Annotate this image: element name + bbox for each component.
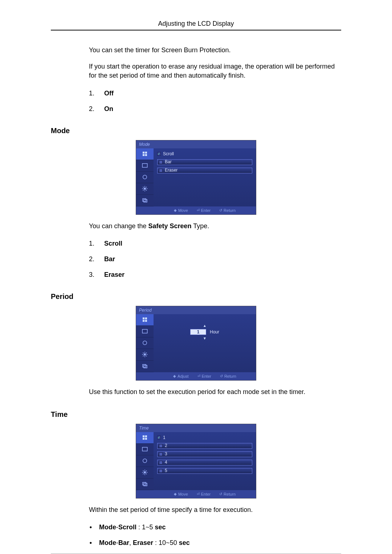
hint-enter: Enter: [202, 374, 211, 378]
osd-tab-sound-icon[interactable]: [136, 337, 154, 349]
osd-sidebar: [136, 314, 154, 372]
move-icon: ◆: [174, 208, 177, 212]
osd-tab-picture-icon[interactable]: [136, 326, 154, 337]
hint-enter: Enter: [201, 492, 211, 496]
list-item: • Mode-Scroll : 1~5 sec: [89, 524, 341, 531]
list-item: 2.Bar: [89, 255, 341, 263]
osd-tab-multi-icon[interactable]: [136, 479, 154, 490]
period-caption: Use this function to set the execution p…: [89, 387, 341, 397]
osd-menu-item[interactable]: 5: [157, 468, 252, 474]
checkbox-icon: [159, 469, 163, 473]
return-icon: ↺: [219, 208, 222, 212]
page-title: Adjusting the LCD Display: [51, 20, 341, 30]
hint-adjust: Adjust: [177, 374, 189, 378]
osd-tab-input-icon[interactable]: [136, 314, 154, 326]
intro-p2: If you start the operation to erase any …: [89, 62, 341, 80]
osd-mode-menu: Mode ✓ Scroll Bar Eraser: [136, 140, 256, 214]
arrow-down-icon[interactable]: ▼: [203, 336, 207, 340]
osd-tab-picture-icon[interactable]: [136, 444, 154, 455]
svg-rect-5: [142, 329, 147, 333]
osd-item-label: 2: [165, 443, 167, 448]
osd-item-label: 4: [165, 460, 167, 465]
osd-footer-hints: ◆Adjust ⏎Enter ↺Return: [136, 372, 256, 380]
svg-rect-3: [143, 199, 146, 202]
period-value[interactable]: 1: [190, 329, 206, 335]
time-bullets: • Mode-Scroll : 1~5 sec • Mode-Bar, Eras…: [89, 524, 341, 547]
enter-icon: ⏎: [197, 492, 200, 496]
svg-rect-13: [143, 483, 146, 485]
svg-point-2: [144, 188, 146, 190]
list-number: 2.: [89, 105, 97, 113]
osd-tab-setup-icon[interactable]: [136, 183, 154, 195]
list-item: 2. On: [89, 105, 341, 113]
osd-period-menu: Period ▲ 1 Hour ▼ ◆Adj: [136, 306, 256, 380]
checkmark-icon: ✓: [157, 152, 161, 156]
osd-tab-input-icon[interactable]: [136, 432, 154, 444]
checkmark-icon: ✓: [157, 436, 161, 439]
checkbox-icon: [159, 444, 163, 448]
osd-menu-item[interactable]: Bar: [157, 159, 252, 165]
list-item: 1. Off: [89, 90, 341, 97]
osd-menu-item[interactable]: Eraser: [157, 168, 252, 173]
osd-menu-item[interactable]: 3: [157, 451, 252, 457]
osd-footer-hints: ◆Move ⏎Enter ↺Return: [136, 490, 256, 498]
list-label: Bar: [104, 255, 115, 263]
svg-point-6: [143, 341, 147, 345]
svg-rect-0: [142, 164, 147, 168]
osd-tab-multi-icon[interactable]: [136, 195, 154, 206]
svg-point-12: [144, 471, 146, 473]
osd-item-label: 1: [163, 435, 166, 440]
hint-move: Move: [178, 492, 188, 496]
list-label: On: [104, 105, 113, 113]
intro-p1: You can set the timer for Screen Burn Pr…: [89, 46, 341, 55]
osd-tab-sound-icon[interactable]: [136, 172, 154, 183]
osd-item-label: Bar: [165, 159, 172, 165]
hint-return: Return: [224, 208, 236, 213]
list-number: 1.: [89, 240, 97, 247]
osd-tab-sound-icon[interactable]: [136, 455, 154, 467]
list-number: 2.: [89, 255, 97, 263]
svg-point-1: [143, 175, 147, 179]
osd-title: Mode: [136, 140, 256, 148]
checkbox-icon: [159, 169, 163, 172]
svg-rect-9: [144, 365, 147, 368]
osd-tab-multi-icon[interactable]: [136, 361, 154, 372]
hint-enter: Enter: [201, 208, 211, 213]
svg-rect-14: [144, 483, 147, 486]
time-heading: Time: [51, 410, 341, 419]
osd-tab-picture-icon[interactable]: [136, 160, 154, 172]
osd-item-label: 5: [165, 468, 167, 473]
mode-caption: You can change the Safety Screen Type.: [89, 222, 341, 231]
list-item: 3.Eraser: [89, 271, 341, 279]
osd-item-label: 3: [165, 451, 167, 457]
header-rule: [51, 30, 341, 30]
osd-title: Time: [136, 424, 256, 432]
osd-sidebar: [136, 148, 154, 206]
osd-menu-item[interactable]: ✓ Scroll: [157, 151, 252, 157]
osd-tab-setup-icon[interactable]: [136, 467, 154, 479]
move-icon: ◆: [174, 492, 177, 496]
osd-item-label: Eraser: [165, 168, 177, 173]
enter-icon: ⏎: [197, 374, 200, 378]
osd-title: Period: [136, 306, 256, 314]
list-number: 1.: [89, 90, 97, 97]
osd-menu-item[interactable]: ✓1: [157, 435, 252, 440]
list-label: Eraser: [104, 271, 124, 279]
osd-tab-setup-icon[interactable]: [136, 349, 154, 361]
timer-options-list: 1. Off 2. On: [89, 90, 341, 113]
osd-sidebar: [136, 432, 154, 490]
list-item: 1.Scroll: [89, 240, 341, 247]
arrow-up-icon[interactable]: ▲: [203, 324, 207, 328]
osd-footer-hints: ◆Move ⏎Enter ↺Return: [136, 206, 256, 214]
list-item: • Mode-Bar, Eraser : 10~50 sec: [89, 539, 341, 547]
osd-tab-input-icon[interactable]: [136, 148, 154, 160]
return-icon: ↺: [219, 492, 222, 496]
checkbox-icon: [159, 452, 163, 456]
osd-menu-item[interactable]: 2: [157, 443, 252, 449]
time-caption: Within the set period of time specify a …: [89, 505, 341, 514]
mode-options-list: 1.Scroll 2.Bar 3.Eraser: [89, 240, 341, 279]
osd-menu-item[interactable]: 4: [157, 460, 252, 465]
list-number: 3.: [89, 271, 97, 279]
hint-move: Move: [178, 208, 188, 213]
adjust-icon: ◆: [173, 374, 176, 378]
